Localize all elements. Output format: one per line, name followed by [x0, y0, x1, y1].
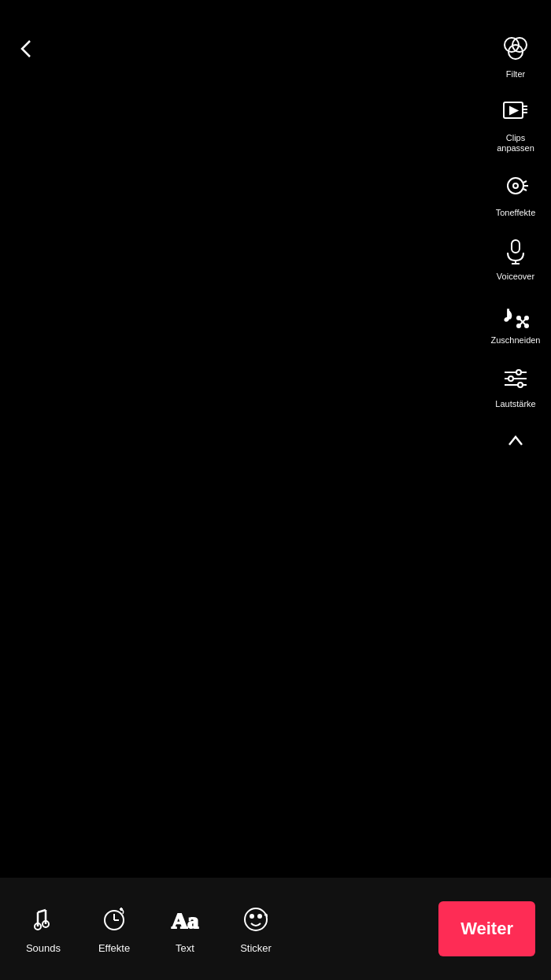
clips-anpassen-tool[interactable]: Clips anpassen — [488, 95, 543, 153]
svg-point-26 — [516, 370, 521, 375]
filter-tool[interactable]: Filter — [498, 31, 533, 80]
toneffekte-label: Toneffekte — [496, 208, 536, 218]
toneffekte-icon — [498, 170, 533, 205]
svg-point-41 — [250, 915, 253, 918]
sounds-icon — [28, 904, 58, 937]
filter-label: Filter — [506, 69, 525, 80]
sounds-label: Sounds — [26, 942, 61, 954]
sounds-tool[interactable]: Sounds — [8, 897, 79, 962]
effekte-icon — [99, 904, 129, 937]
svg-point-9 — [513, 183, 518, 188]
right-toolbar: Filter Clips anpassen Toneffekte — [488, 31, 543, 451]
svg-line-31 — [38, 910, 46, 912]
svg-point-19 — [517, 316, 520, 320]
sticker-icon — [241, 904, 271, 937]
zuschneiden-tool[interactable]: ♪ Zuschnei­den — [491, 298, 541, 346]
svg-line-10 — [523, 189, 527, 190]
svg-point-40 — [245, 908, 267, 930]
zuschneiden-icon: ♪ — [498, 298, 533, 332]
svg-point-8 — [508, 178, 523, 194]
text-icon: Aa — [170, 904, 200, 937]
svg-point-21 — [525, 316, 528, 320]
clips-label: Clips anpassen — [488, 133, 543, 153]
svg-text:Aa: Aa — [172, 908, 198, 933]
svg-text:♪: ♪ — [503, 303, 513, 326]
svg-point-22 — [517, 324, 520, 327]
voiceover-icon — [498, 234, 533, 268]
lautstaerke-tool[interactable]: Lautstärke — [495, 361, 535, 409]
svg-rect-13 — [512, 240, 520, 253]
svg-marker-7 — [510, 107, 517, 114]
effekte-label: Effekte — [98, 942, 130, 954]
toneffekte-tool[interactable]: Toneffekte — [496, 170, 536, 218]
zuschneiden-label: Zuschnei­den — [491, 335, 541, 346]
bottom-bar: Sounds Effekte — [0, 878, 551, 980]
text-label: Text — [176, 942, 194, 954]
clips-icon — [498, 95, 533, 130]
sticker-tool[interactable]: Sticker — [220, 897, 291, 962]
svg-point-42 — [258, 915, 261, 918]
chevron-up-button[interactable] — [505, 429, 527, 451]
back-button[interactable] — [16, 38, 38, 65]
voiceover-label: Voiceover — [497, 272, 534, 282]
svg-point-27 — [508, 376, 513, 381]
filter-icon — [498, 31, 533, 66]
text-tool[interactable]: Aa Text — [150, 897, 220, 962]
lautstaerke-icon — [498, 361, 533, 396]
bottom-tools: Sounds Effekte — [8, 897, 438, 962]
sticker-label: Sticker — [240, 942, 272, 954]
svg-point-28 — [518, 383, 523, 387]
voiceover-tool[interactable]: Voiceover — [497, 234, 534, 282]
effekte-tool[interactable]: Effekte — [79, 897, 150, 962]
svg-point-20 — [525, 324, 528, 327]
svg-line-12 — [523, 181, 527, 183]
weiter-button[interactable]: Weiter — [438, 901, 535, 956]
lautstaerke-label: Lautstärke — [495, 399, 535, 409]
